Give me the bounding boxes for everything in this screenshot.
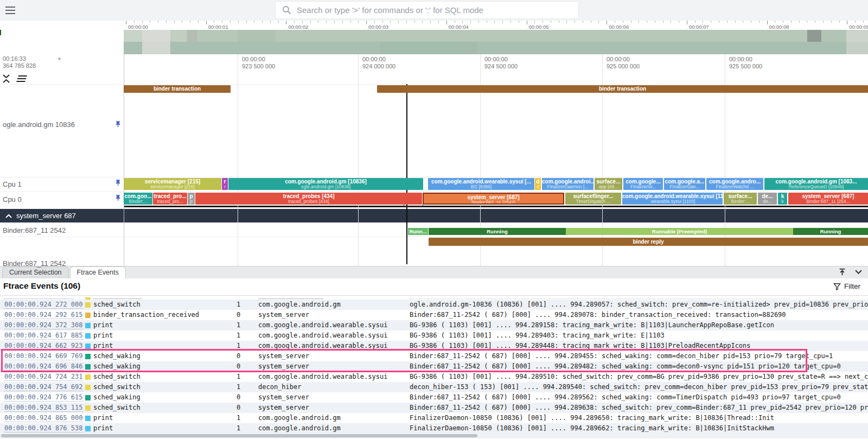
cpu-slice[interactable]: com.google...FinalizerW... [623, 178, 663, 190]
ruler-minor-tick [783, 21, 783, 23]
pin-icon[interactable] [114, 120, 122, 129]
ruler-minor-tick [711, 21, 711, 23]
table-row[interactable]: 00:00:00.924 776 615sched_waking0system_… [0, 392, 868, 403]
table-row[interactable]: 00:00:00.924 272 000sched_switch1com.goo… [0, 300, 868, 310]
row-timestamp[interactable]: 00:00:00.924 696 846 [4, 361, 85, 372]
thread-state-slice[interactable]: Running [793, 228, 868, 235]
ruler-minor-tick [214, 21, 214, 23]
cpu-slice[interactable]: com.google.android.gm [10836]ogle.androi… [228, 178, 423, 190]
pin-icon[interactable] [114, 194, 122, 202]
cpu-slice[interactable]: pp [188, 193, 195, 205]
slice-subtitle: ReferenceQueueD [10849] [764, 184, 868, 189]
cpu-slice[interactable]: com.google.android.wearable.sysui [...BG… [428, 178, 534, 190]
binder-reply-slice[interactable]: binder reply [429, 238, 868, 246]
perfetto-trace-viewer: Search or type '>' for commands or ':' f… [0, 0, 868, 439]
menu-icon[interactable] [5, 7, 15, 14]
row-timestamp[interactable]: 00:00:00.924 876 538 [4, 423, 85, 434]
table-row[interactable]: 00:00:00.924 853 115sched_switch0system_… [0, 403, 868, 413]
table-row[interactable]: 00:00:00.924 617 885print1com.google.and… [0, 330, 868, 341]
divider [0, 191, 868, 192]
cpu-slice[interactable]: rr [222, 178, 228, 190]
ruler-minor-tick [735, 21, 736, 23]
table-row[interactable]: 00:00:00.924 669 769sched_waking0system_… [0, 351, 868, 361]
binder-transaction-slice[interactable]: binder transaction [377, 85, 868, 93]
row-event-name: print [93, 341, 234, 351]
panel-title: Ftrace Events (106) [3, 281, 80, 291]
table-row[interactable]: 00:00:00.924 724 231sched_switch1com.goo… [0, 372, 868, 382]
cpu-slice[interactable]: traced_probes [434]traced_probes [434] [195, 193, 422, 205]
row-timestamp[interactable]: 00:00:00.924 372 308 [4, 320, 85, 330]
filter-button[interactable]: Filter [833, 282, 860, 290]
filter-funnel-icon [833, 283, 841, 290]
ruler-minor-tick [358, 21, 359, 23]
track-label-binder-thread[interactable]: Binder:687_11 2542 [3, 226, 66, 234]
cpu-slice[interactable]: com.google.android.wearable.sysui [1103]… [622, 193, 723, 205]
search-placeholder: Search or type '>' for commands or ':' f… [297, 5, 483, 15]
cpu-slice[interactable]: de...de... [758, 193, 777, 205]
track-filter-icon[interactable] [15, 75, 29, 82]
overview-block [124, 30, 142, 42]
row-timestamp[interactable]: 00:00:00.924 272 000 [4, 300, 85, 310]
track-group-system-server[interactable]: system_server 687 [0, 209, 868, 222]
thread-state-slice[interactable]: Running [429, 228, 566, 235]
search-bar[interactable]: Search or type '>' for commands or ':' f… [276, 2, 578, 18]
track-label-cpu1[interactable]: Cpu 1 [3, 180, 22, 188]
row-timestamp[interactable]: 00:00:00.924 669 769 [4, 351, 85, 361]
row-timestamp[interactable]: 00:00:00.924 724 231 [4, 372, 85, 382]
collapse-panel-icon[interactable] [854, 268, 863, 276]
cpu-slice[interactable]: kk [778, 193, 787, 205]
table-row[interactable]: 00:00:00.924 754 692sched_switch1decon_h… [0, 382, 868, 392]
track-label-binder-thread-clipped[interactable]: Binder:687_11 2542 [3, 259, 66, 268]
thread-state-slice[interactable]: Runnable (Preempted) [566, 228, 793, 235]
pinned-area-divider [124, 206, 868, 207]
table-row[interactable]: 00:00:00.924 662 923print1com.google.and… [0, 341, 868, 351]
cpu-slice[interactable]: traced_pro...traced_pro... [153, 193, 187, 205]
cpu-slice[interactable]: system_server [687]Binder:687_11 [2542] [423, 193, 564, 205]
row-timestamp[interactable]: 00:00:00.924 617 885 [4, 330, 85, 341]
ruler-minor-tick [374, 21, 375, 23]
row-event-name: sched_waking [93, 392, 234, 403]
table-row[interactable]: 00:00:00.924 876 538print1com.google.and… [0, 423, 868, 434]
ruler-minor-tick [310, 21, 311, 23]
expand-panel-icon[interactable] [838, 268, 847, 277]
tab-current-selection[interactable]: Current Selection [2, 266, 69, 278]
row-timestamp[interactable]: 00:00:00.924 754 692 [4, 382, 85, 392]
track-label-cpu0[interactable]: Cpu 0 [3, 195, 22, 203]
cpu-slice[interactable]: servicemanager [215]servicemanager [215] [124, 178, 221, 190]
cpu-slice[interactable]: com.google.android.gm [1083...ReferenceQ… [764, 178, 868, 190]
table-row[interactable]: 00:00:00.924 292 615binder_transaction_r… [0, 310, 868, 320]
row-timestamp[interactable]: 00:00:00.924 853 115 [4, 403, 85, 413]
row-event-name: print [93, 320, 234, 330]
horizontal-scrollbar-thumb[interactable] [1, 434, 477, 437]
cpu-slice[interactable]: com.google.androi...FinalizerDaemon [... [542, 178, 593, 190]
collapse-tracks-icon[interactable] [2, 74, 10, 83]
row-timestamp[interactable]: 00:00:00.924 662 923 [4, 341, 85, 351]
cpu-slice[interactable]: com.google.andro...FinalizerWatchd ... [706, 178, 763, 190]
cpu-slice[interactable]: dd [535, 178, 541, 190]
slice-subtitle: FinalizerDaemon [... [542, 184, 593, 189]
thread-state-slice[interactable]: Runn... [408, 228, 428, 235]
track-label-process[interactable]: ogle.android.gm 10836 [3, 120, 75, 129]
cpu-slice[interactable]: surface...Binder:... [724, 193, 757, 205]
timebar-label: 00:00:00924 500 000 [484, 56, 518, 70]
table-row[interactable]: 00:00:00.924 696 846sched_waking0system_… [0, 361, 868, 372]
row-timestamp[interactable]: 00:00:00.924 292 615 [4, 310, 85, 320]
tab-ftrace-events[interactable]: Ftrace Events [70, 266, 126, 278]
table-row[interactable]: 00:00:00.924 865 000print1com.google.and… [0, 413, 868, 423]
event-color-chip [85, 395, 91, 400]
binder-transaction-slice[interactable]: binder transaction [124, 85, 231, 93]
row-timestamp[interactable]: 00:00:00.924 776 615 [4, 392, 85, 403]
row-timestamp[interactable]: 00:00:00.924 865 000 [4, 413, 85, 423]
cpu-slice[interactable]: com.goo...Binder:... [124, 193, 152, 205]
cpu-slice[interactable]: surfaceflinger...TimerDispatch ... [565, 193, 621, 205]
overview-block [846, 42, 868, 54]
pin-icon[interactable] [114, 179, 122, 187]
ruler-minor-tick [142, 21, 143, 23]
cpu-slice[interactable]: system_server [687]Binder:687_11 [254... [788, 193, 868, 205]
table-row[interactable]: 00:00:00.924 372 308print1com.google.and… [0, 320, 868, 330]
cpu-slice[interactable]: surface...app [49... [595, 178, 622, 190]
ruler-tick-label: 00:00:09 [849, 24, 868, 30]
ruler-minor-tick [278, 21, 279, 23]
slice-subtitle: Binder:... [124, 199, 152, 204]
cpu-slice[interactable]: com.google.a...FinalizerDae... [664, 178, 705, 190]
